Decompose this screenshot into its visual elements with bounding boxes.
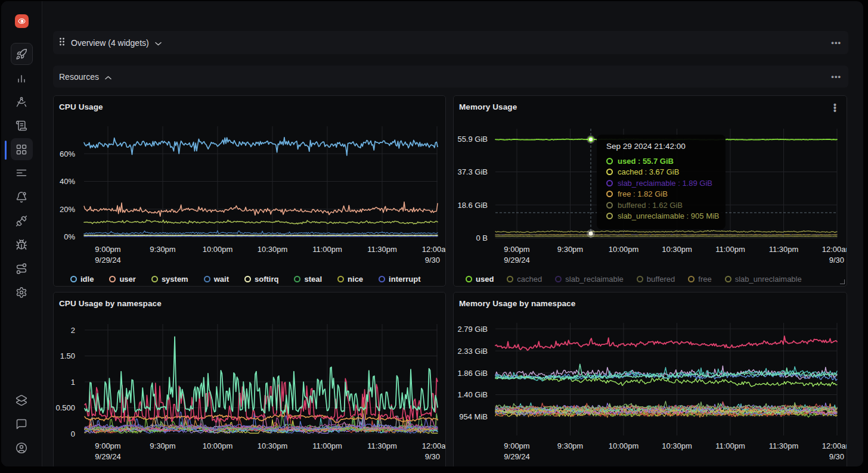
svg-text:60%: 60% [60, 150, 75, 158]
svg-text:9/30: 9/30 [425, 452, 440, 461]
svg-text:37.3 GiB: 37.3 GiB [457, 167, 488, 176]
svg-text:1.86 GiB: 1.86 GiB [457, 369, 488, 378]
svg-text:1.40 GiB: 1.40 GiB [457, 390, 488, 399]
svg-text:9:00pm: 9:00pm [504, 441, 529, 450]
svg-text:11:00pm: 11:00pm [715, 441, 745, 450]
svg-text:55.9 GiB: 55.9 GiB [457, 135, 488, 144]
svg-text:2.33 GiB: 2.33 GiB [457, 347, 488, 356]
svg-text:9:30pm: 9:30pm [150, 441, 175, 450]
svg-text:11:30pm: 11:30pm [769, 441, 799, 450]
svg-text:9/30: 9/30 [829, 452, 844, 461]
svg-text:9/30: 9/30 [425, 256, 440, 264]
svg-text:9:00pm: 9:00pm [504, 245, 529, 254]
svg-text:10:30pm: 10:30pm [258, 245, 288, 254]
svg-text:0%: 0% [64, 232, 75, 241]
svg-text:954 MiB: 954 MiB [459, 412, 488, 421]
svg-text:10:00pm: 10:00pm [609, 245, 639, 254]
svg-text:10:00pm: 10:00pm [203, 441, 233, 450]
svg-text:9:30pm: 9:30pm [557, 441, 583, 450]
svg-text:9/29/24: 9/29/24 [504, 452, 529, 461]
svg-text:11:30pm: 11:30pm [367, 441, 397, 450]
svg-text:40%: 40% [60, 177, 75, 186]
svg-text:10:00pm: 10:00pm [609, 441, 639, 450]
svg-text:11:00pm: 11:00pm [715, 245, 745, 254]
svg-text:9:00pm: 9:00pm [95, 441, 120, 450]
svg-text:11:00pm: 11:00pm [312, 441, 342, 450]
svg-text:10:30pm: 10:30pm [662, 245, 692, 254]
svg-text:9:30pm: 9:30pm [150, 245, 175, 254]
svg-text:11:30pm: 11:30pm [367, 245, 397, 254]
svg-text:10:30pm: 10:30pm [662, 441, 692, 450]
svg-text:9/29/24: 9/29/24 [504, 256, 529, 264]
svg-text:1.50: 1.50 [60, 351, 75, 360]
svg-text:12:00am: 12:00am [422, 441, 446, 450]
svg-text:2: 2 [71, 326, 75, 335]
svg-text:10:30pm: 10:30pm [258, 441, 288, 450]
svg-text:1: 1 [71, 378, 75, 387]
svg-text:9:00pm: 9:00pm [95, 245, 120, 254]
svg-text:18.6 GiB: 18.6 GiB [457, 201, 488, 210]
svg-text:11:00pm: 11:00pm [312, 245, 342, 254]
svg-text:9:30pm: 9:30pm [557, 245, 583, 254]
svg-text:12:00am: 12:00am [422, 245, 446, 254]
svg-text:20%: 20% [60, 205, 75, 214]
svg-text:11:30pm: 11:30pm [769, 245, 799, 254]
svg-text:9/29/24: 9/29/24 [95, 256, 120, 264]
svg-text:0 B: 0 B [476, 234, 488, 242]
svg-text:12:00am: 12:00am [822, 441, 847, 450]
svg-text:2.79 GiB: 2.79 GiB [457, 325, 488, 334]
svg-text:9/30: 9/30 [829, 256, 844, 264]
svg-text:0.500: 0.500 [55, 403, 75, 412]
svg-text:10:00pm: 10:00pm [203, 245, 233, 254]
svg-text:0: 0 [71, 430, 75, 438]
svg-text:9/29/24: 9/29/24 [95, 452, 120, 461]
svg-text:12:00am: 12:00am [822, 245, 847, 254]
